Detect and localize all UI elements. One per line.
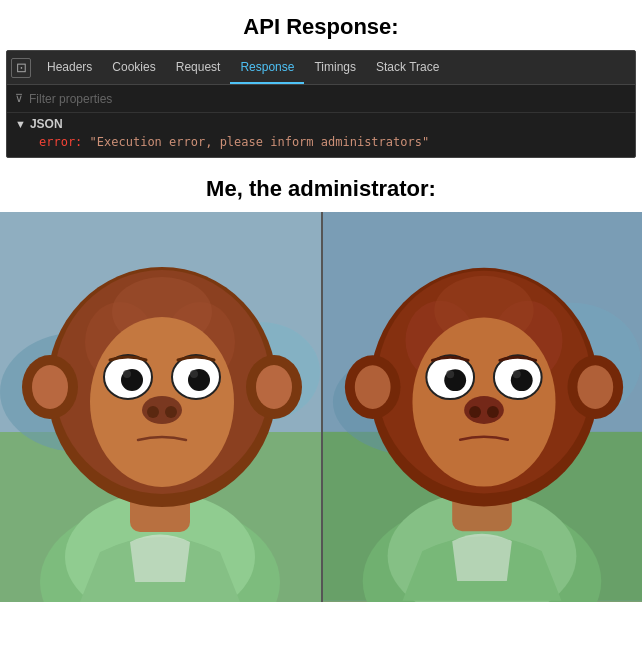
svg-point-41 [446, 370, 454, 378]
svg-point-21 [165, 406, 177, 418]
tab-cookies[interactable]: Cookies [102, 51, 165, 84]
monkey-right-svg [323, 212, 642, 602]
filter-bar: ⊽ Filter properties [7, 85, 635, 113]
monkey-left-panel [0, 212, 321, 602]
monkey-right-panel [321, 212, 642, 602]
svg-point-49 [355, 365, 391, 409]
monkey-image-container [0, 212, 642, 602]
svg-point-23 [32, 365, 68, 409]
me-administrator-title: Me, the administrator: [0, 162, 642, 212]
devtools-panel: ⊡ Headers Cookies Request Response Timin… [6, 50, 636, 158]
tab-headers[interactable]: Headers [37, 51, 102, 84]
svg-point-47 [487, 406, 499, 418]
svg-point-44 [513, 370, 521, 378]
tab-request[interactable]: Request [166, 51, 231, 84]
svg-point-20 [147, 406, 159, 418]
json-label: JSON [30, 117, 63, 131]
filter-icon: ⊽ [15, 92, 23, 105]
svg-point-25 [256, 365, 292, 409]
svg-point-46 [469, 406, 481, 418]
json-section: ▼ JSON error: "Execution error, please i… [7, 113, 635, 157]
svg-point-51 [577, 365, 613, 409]
svg-point-15 [123, 370, 131, 378]
svg-point-18 [190, 370, 198, 378]
monkey-left-svg [0, 212, 321, 602]
error-key: error: [39, 135, 82, 149]
devtools-tabs-bar: ⊡ Headers Cookies Request Response Timin… [7, 51, 635, 85]
filter-placeholder-text: Filter properties [29, 92, 112, 106]
tab-stack-trace[interactable]: Stack Trace [366, 51, 449, 84]
json-header: ▼ JSON [15, 117, 627, 131]
tab-timings[interactable]: Timings [304, 51, 366, 84]
error-value: "Execution error, please inform administ… [90, 135, 430, 149]
json-error-line: error: "Execution error, please inform a… [15, 135, 627, 149]
tab-response[interactable]: Response [230, 51, 304, 84]
devtools-icon: ⊡ [11, 58, 31, 78]
api-response-title: API Response: [0, 0, 642, 50]
json-arrow: ▼ [15, 118, 26, 130]
